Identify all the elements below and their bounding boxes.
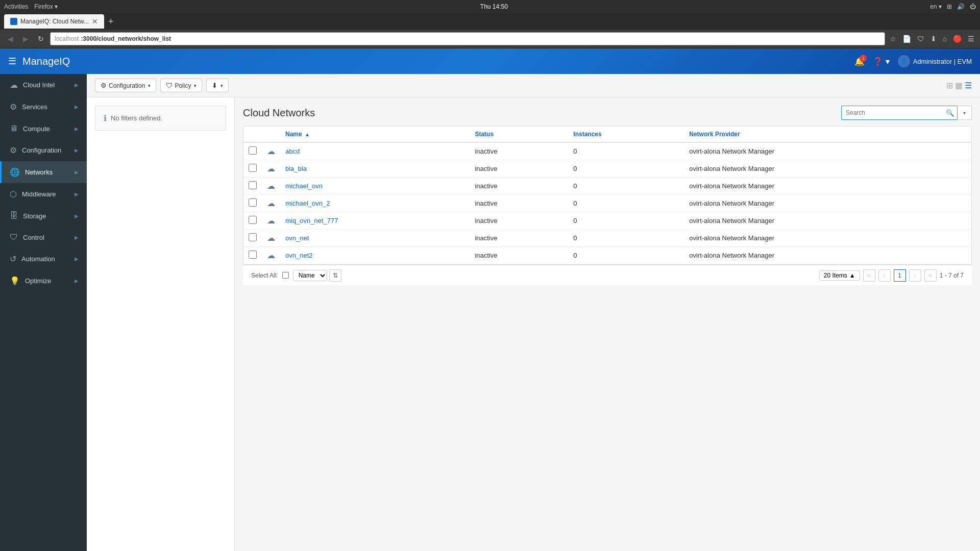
row-icon-cell: ☁: [262, 178, 280, 195]
tab-title: ManageIQ: Cloud Netw...: [20, 18, 89, 25]
sidebar-item-networks[interactable]: 🌐 Networks ▶: [0, 161, 87, 183]
power-icon: ⏻: [970, 3, 976, 10]
row-name[interactable]: ovn_net: [280, 230, 470, 247]
sidebar-item-compute[interactable]: 🖥 Compute ▶: [0, 118, 87, 139]
row-instances: 0: [568, 212, 684, 230]
row-checkbox[interactable]: [249, 233, 257, 241]
activities-label[interactable]: Activities: [4, 3, 28, 10]
back-button[interactable]: ◀: [4, 33, 16, 45]
header-name[interactable]: Name ▲: [280, 127, 470, 142]
current-page[interactable]: 1: [894, 269, 906, 282]
row-name[interactable]: bla_bla: [280, 160, 470, 178]
row-network-provider: ovirt-alona Network Manager: [684, 195, 971, 212]
select-all-checkbox[interactable]: [282, 272, 289, 279]
content-toolbar: ⚙ Configuration ▾ 🛡 Policy ▾ ⬇ ▾ ⊞ ▦: [87, 74, 980, 97]
menu-icon[interactable]: ☰: [966, 33, 976, 44]
user-info[interactable]: 👤 Administrator | EVM: [898, 55, 972, 67]
row-checkbox[interactable]: [249, 181, 257, 189]
cloud-networks-table: Name ▲ Status Instances Network Provider: [243, 127, 971, 264]
shield-icon[interactable]: 🛡: [916, 33, 926, 44]
filter-notice: ℹ No filters defined.: [95, 106, 226, 131]
sidebar-item-storage[interactable]: 🗄 Storage ▶: [0, 205, 87, 227]
last-page-button[interactable]: »: [924, 269, 937, 282]
items-per-page-chevron: ▲: [849, 272, 855, 279]
chevron-icon: ▶: [75, 278, 79, 284]
sidebar-item-services[interactable]: ⚙ Services ▶: [0, 96, 87, 118]
row-checkbox-cell: [243, 230, 262, 247]
config-chevron: ▾: [148, 83, 151, 88]
grid-view-icon[interactable]: ⊞: [946, 81, 953, 90]
table-search-input[interactable]: [841, 106, 943, 120]
configuration-label: Configuration: [109, 82, 145, 89]
config-btn-icon: ⚙: [101, 82, 107, 89]
new-tab-button[interactable]: +: [104, 16, 118, 27]
chevron-icon: ▶: [75, 213, 79, 219]
url-bar[interactable]: localhost :3000/cloud_network/show_list: [50, 32, 885, 45]
reader-icon[interactable]: 📄: [901, 33, 913, 44]
first-page-button[interactable]: «: [863, 269, 875, 282]
policy-button[interactable]: 🛡 Policy ▾: [160, 79, 202, 92]
firefox-menu[interactable]: Firefox ▾: [34, 3, 58, 10]
bookmark-icon[interactable]: ☆: [888, 33, 898, 44]
row-status: inactive: [470, 212, 568, 230]
row-network-provider: ovirt-alona Network Manager: [684, 142, 971, 160]
items-per-page[interactable]: 20 Items ▲: [819, 270, 860, 281]
table-footer: Select All: Name ⇅ 20 Items: [243, 265, 972, 285]
lang-selector[interactable]: en ▾: [930, 3, 942, 10]
row-name[interactable]: abcd: [280, 142, 470, 160]
home-icon[interactable]: ⌂: [941, 33, 948, 44]
download-button[interactable]: ⬇ ▾: [206, 79, 229, 92]
notifications-icon[interactable]: 🔔 1: [854, 57, 865, 66]
row-status: inactive: [470, 230, 568, 247]
next-page-button[interactable]: ›: [909, 269, 921, 282]
app-logo[interactable]: ManageIQ: [22, 56, 70, 67]
reload-button[interactable]: ↻: [35, 33, 47, 45]
sort-direction-button[interactable]: ⇅: [329, 269, 341, 282]
tab-favicon: [10, 18, 17, 25]
extension-icon[interactable]: 🔴: [951, 33, 963, 44]
network-row-icon: ☁: [267, 182, 275, 190]
table-panel: Cloud Networks 🔍 ▾: [235, 97, 980, 551]
forward-button[interactable]: ▶: [19, 33, 32, 45]
prev-page-button[interactable]: ‹: [878, 269, 891, 282]
sidebar-item-control[interactable]: 🛡 Control ▶: [0, 227, 87, 248]
row-status: inactive: [470, 160, 568, 178]
hamburger-menu[interactable]: ☰: [8, 56, 16, 67]
help-icon[interactable]: ❓ ▾: [873, 57, 889, 66]
row-icon-cell: ☁: [262, 247, 280, 264]
row-icon-cell: ☁: [262, 212, 280, 230]
volume-icon: 🔊: [957, 3, 965, 10]
sidebar-item-middleware[interactable]: ⬡ Middleware ▶: [0, 183, 87, 205]
search-button[interactable]: 🔍: [943, 106, 958, 120]
row-checkbox[interactable]: [249, 198, 257, 207]
row-instances: 0: [568, 142, 684, 160]
list-view-icon[interactable]: ☰: [965, 81, 972, 90]
configuration-icon: ⚙: [10, 145, 17, 155]
table-row: ☁ ovn_net inactive 0 ovirt-alona Network…: [243, 230, 971, 247]
url-path: :3000/cloud_network/show_list: [81, 35, 171, 42]
sidebar-item-cloud-intel[interactable]: ☁ Cloud Intel ▶: [0, 74, 87, 96]
row-network-provider: ovirt-alona Network Manager: [684, 160, 971, 178]
row-name[interactable]: miq_ovn_net_777: [280, 212, 470, 230]
sidebar-label-automation: Automation: [21, 255, 55, 263]
tile-view-icon[interactable]: ▦: [955, 81, 963, 90]
network-icon: ⊞: [947, 3, 952, 10]
sidebar-item-automation[interactable]: ↺ Automation ▶: [0, 248, 87, 270]
sort-dropdown[interactable]: Name: [293, 270, 327, 281]
row-checkbox[interactable]: [249, 146, 257, 155]
row-checkbox[interactable]: [249, 251, 257, 259]
sidebar-item-optimize[interactable]: 💡 Optimize ▶: [0, 270, 87, 292]
search-dropdown-button[interactable]: ▾: [958, 106, 972, 120]
footer-select: Select All: Name ⇅: [251, 269, 341, 282]
row-checkbox[interactable]: [249, 164, 257, 172]
row-name[interactable]: ovn_net2: [280, 247, 470, 264]
services-icon: ⚙: [10, 102, 17, 112]
active-tab[interactable]: ManageIQ: Cloud Netw... ✕: [4, 14, 104, 29]
configuration-button[interactable]: ⚙ Configuration ▾: [95, 79, 156, 92]
tab-close-button[interactable]: ✕: [92, 17, 98, 26]
sidebar-item-configuration[interactable]: ⚙ Configuration ▶: [0, 139, 87, 161]
download-nav-icon[interactable]: ⬇: [929, 33, 938, 44]
row-name[interactable]: michael_ovn_2: [280, 195, 470, 212]
row-name[interactable]: michael_ovn: [280, 178, 470, 195]
row-checkbox[interactable]: [249, 216, 257, 224]
